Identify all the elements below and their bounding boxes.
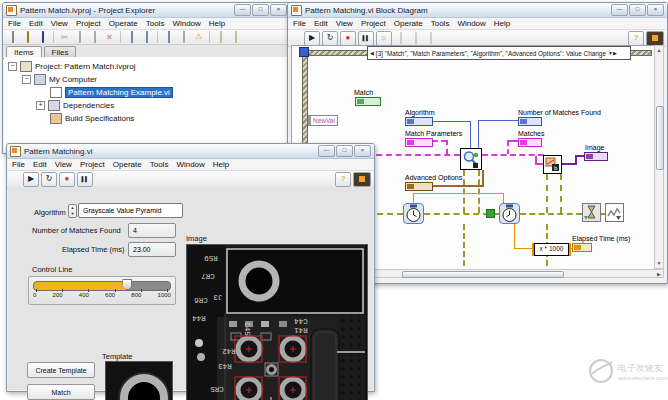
event-case-selector[interactable]: ◀ [3] "Match", "Match Parameters", "Algo… [367,46,631,60]
menu-window[interactable]: Window [172,19,200,28]
delete-icon[interactable]: × [103,31,116,43]
menu-view[interactable]: View [336,19,353,28]
run-button[interactable]: ▶ [304,31,320,46]
minimize-button[interactable]: — [318,145,335,157]
extra-icon-1[interactable] [214,31,227,43]
tick-count-node-1[interactable] [403,203,424,224]
scroll-right-icon[interactable]: ▶ [655,271,663,278]
menu-tools[interactable]: Tools [150,160,169,169]
abort-button[interactable]: ● [340,31,356,46]
collapse-icon[interactable]: − [8,62,17,71]
cut-icon[interactable]: ✂ [58,31,71,43]
menu-edit[interactable]: Edit [29,19,43,28]
multiply-1000-node[interactable]: x * 1000 [534,243,569,256]
menu-operate[interactable]: Operate [109,19,138,28]
menu-help[interactable]: Help [209,19,225,28]
newval-event-data-node[interactable]: NewVal [308,115,338,126]
tools-icon[interactable] [177,31,190,43]
minimize-button[interactable]: — [234,4,251,16]
matches-terminal[interactable] [518,138,542,147]
menu-project[interactable]: Project [76,19,101,28]
expand-icon[interactable]: + [36,101,45,110]
labview-logo-button[interactable] [353,172,371,187]
algorithm-spinner[interactable]: ▲ ▼ [68,204,77,218]
wait-hourglass-node[interactable] [582,203,601,222]
close-button[interactable]: × [270,4,287,16]
open-folder-icon[interactable] [21,31,34,43]
vertical-scrollbar[interactable]: ▲ ▼ [654,45,664,269]
close-button[interactable]: × [354,145,371,157]
pause-button[interactable]: ▌▌ [77,172,93,187]
save-icon[interactable] [36,31,49,43]
image-terminal[interactable] [584,152,608,161]
advanced-options-terminal[interactable] [405,182,433,191]
tick-count-node-2[interactable] [499,203,520,224]
tree-item-build-specifications[interactable]: Build Specifications [50,112,134,124]
run-continuous-button[interactable]: ↻ [41,172,57,187]
menu-window[interactable]: Window [457,19,485,28]
tree-item-project-root[interactable]: − Project: Pattern Match.lvproj [8,60,135,72]
step-over-icon[interactable] [424,32,437,44]
scroll-up-icon[interactable]: ▲ [655,47,663,54]
sync-icon[interactable] [140,31,153,43]
new-file-icon[interactable] [6,31,19,43]
spin-down-icon[interactable]: ▼ [71,211,75,217]
menu-edit[interactable]: Edit [314,19,328,28]
event-timeout-icon[interactable] [299,47,309,57]
error-cluster-node[interactable] [605,203,624,222]
previous-case-icon[interactable]: ◀ [370,50,374,56]
front-panel-titlebar[interactable]: Pattern Matching.vi — □ × [7,144,374,159]
menu-file[interactable]: File [293,19,306,28]
extra-icon-2[interactable] [229,31,242,43]
elapsed-time-terminal[interactable] [572,243,592,252]
menu-operate[interactable]: Operate [394,19,423,28]
menu-operate[interactable]: Operate [113,160,142,169]
restore-button[interactable]: □ [336,145,353,157]
algorithm-terminal[interactable] [405,117,433,126]
context-help-button[interactable]: ? [628,31,644,46]
collapse-icon[interactable]: − [22,75,31,84]
tree-item-my-computer[interactable]: − My Computer [22,73,97,85]
horizontal-scrollbar-thumb[interactable] [402,271,564,278]
menu-edit[interactable]: Edit [33,160,47,169]
vertical-scrollbar-thumb[interactable] [656,106,664,170]
paste-icon[interactable] [88,31,101,43]
restore-button[interactable]: □ [629,4,646,16]
create-template-button[interactable]: Create Template [27,362,95,378]
image-display[interactable]: R59 CR7 J3 CR6 R44 C45 C44 R41 R42 R43 C… [186,244,368,400]
context-help-button[interactable]: ? [335,172,351,187]
window-dropdown-icon[interactable] [162,31,175,43]
menu-tools[interactable]: Tools [431,19,450,28]
tree-item-dependencies[interactable]: + Dependencies [36,99,114,111]
overlay-node[interactable]: b [543,155,562,174]
menu-project[interactable]: Project [361,19,386,28]
retain-wire-values-icon[interactable] [394,32,407,44]
menu-file[interactable]: File [12,160,25,169]
algorithm-ring-control[interactable]: Grayscale Value Pyramid [78,203,183,218]
match-button[interactable]: Match [27,384,95,400]
pause-button[interactable]: ▌▌ [358,31,374,46]
control-line-slider[interactable]: 0 200 400 600 800 1000 [28,276,176,305]
run-continuous-button[interactable]: ↻ [322,31,338,46]
menu-help[interactable]: Help [494,19,510,28]
match-parameters-terminal[interactable] [405,138,433,147]
restore-button[interactable]: □ [252,4,269,16]
next-case-icon[interactable]: ▼▶ [608,50,617,56]
menu-view[interactable]: View [55,160,72,169]
tree-item-pattern-matching-vi[interactable]: Pattern Matching Example.vi [50,86,173,98]
project-explorer-titlebar[interactable]: Pattern Match.lvproj - Project Explorer … [3,3,290,18]
step-into-icon[interactable] [409,32,422,44]
menu-help[interactable]: Help [213,160,229,169]
menu-file[interactable]: File [8,19,21,28]
close-button[interactable]: × [647,4,664,16]
abort-button[interactable]: ● [59,172,75,187]
edit-vi-icon[interactable] [125,31,138,43]
copy-icon[interactable] [73,31,86,43]
menu-view[interactable]: View [51,19,68,28]
scroll-down-icon[interactable]: ▼ [655,260,663,267]
highlight-execution-button[interactable]: ☼ [376,31,392,46]
labview-logo-button[interactable] [646,31,664,46]
match-terminal[interactable] [355,97,381,106]
number-of-matches-terminal[interactable] [518,117,542,126]
run-button[interactable]: ▶ [23,172,39,187]
